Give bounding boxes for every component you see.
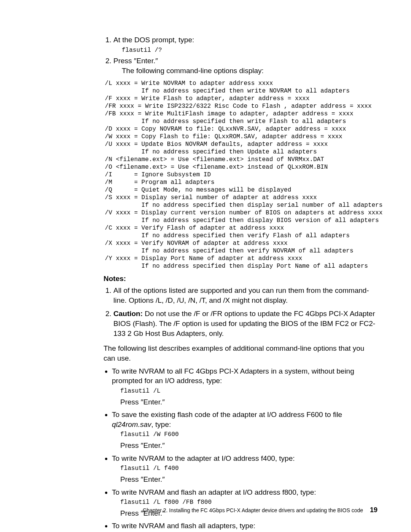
example-1-text: To write NVRAM to all FC 4Gbps PCI-X Ada…: [112, 367, 354, 385]
note-2-text: Do not use the /F or /FR options to upda…: [113, 310, 375, 337]
step-1-text: At the DOS prompt, type:: [113, 36, 194, 44]
example-2-after: Press ″Enter.″: [120, 441, 378, 451]
example-1-cmd: flasutil /L: [120, 387, 378, 396]
step-2-text: Press ″Enter.″: [113, 57, 158, 65]
example-2-cmd: flasutil /W F600: [120, 431, 378, 439]
example-1: To write NVRAM to all FC 4Gbps PCI-X Ada…: [112, 366, 378, 407]
example-3-after: Press ″Enter.″: [120, 474, 378, 484]
example-4-text: To write NVRAM and flash an adapter at I…: [112, 488, 316, 496]
step-1: At the DOS prompt, type: flasutil /?: [113, 35, 378, 54]
intro-paragraph: The following list describes examples of…: [104, 343, 378, 363]
example-2-text-b: , type:: [151, 420, 171, 428]
example-5: To write NVRAM and flash all adapters, t…: [112, 521, 378, 532]
notes-list: All of the options listed are supported …: [104, 286, 378, 338]
footer-chapter: Chapter 2. Installing the FC 4Gbps PCI-X…: [143, 507, 363, 513]
example-2: To save the existing flash code of the a…: [112, 410, 378, 451]
command-options-block: /L xxxx = Write NOVRAM to adapter addres…: [101, 80, 378, 270]
example-5-text: To write NVRAM and flash all adapters, t…: [112, 522, 255, 530]
step-2-sub: The following command-line options displ…: [122, 66, 378, 76]
example-3-cmd: flasutil /L f400: [120, 465, 378, 473]
document-body: At the DOS prompt, type: flasutil /? Pre…: [104, 35, 378, 532]
example-3-text: To write NVRAM to the adapter at I/O add…: [112, 454, 295, 462]
step-2: Press ″Enter.″ The following command-lin…: [113, 56, 378, 75]
page-footer: Chapter 2. Installing the FC 4Gbps PCI-X…: [143, 505, 378, 514]
caution-label: Caution:: [113, 310, 143, 318]
example-2-text-a: To save the existing flash code of the a…: [112, 411, 342, 419]
footer-page-number: 19: [370, 506, 378, 514]
step-1-cmd: flasutil /?: [122, 46, 378, 55]
example-2-filename: ql24rom.sav: [112, 420, 151, 428]
note-2: Caution: Do not use the /F or /FR option…: [113, 309, 378, 338]
example-3: To write NVRAM to the adapter at I/O add…: [112, 454, 378, 484]
note-1: All of the options listed are supported …: [113, 286, 378, 305]
notes-heading: Notes:: [104, 274, 378, 284]
steps-list: At the DOS prompt, type: flasutil /? Pre…: [104, 35, 378, 76]
example-1-after: Press ″Enter.″: [120, 397, 378, 407]
